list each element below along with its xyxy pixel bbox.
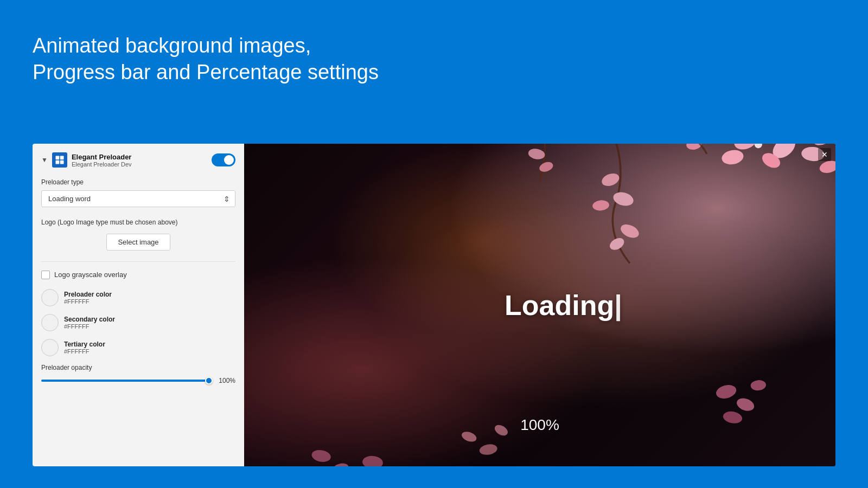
preloader-type-wrapper: Loading word Logo image Spinner ⇕ bbox=[41, 190, 235, 207]
opacity-value: 100% bbox=[219, 377, 235, 384]
plugin-title: Elegant Preloader bbox=[72, 153, 132, 161]
secondary-color-row: Secondary color #FFFFFF bbox=[41, 314, 235, 331]
opacity-slider[interactable] bbox=[41, 380, 212, 382]
tertiary-color-swatch[interactable] bbox=[41, 339, 59, 356]
tertiary-color-info: Tertiary color #FFFFFF bbox=[64, 341, 105, 355]
secondary-color-value: #FFFFFF bbox=[64, 323, 115, 330]
header-section: Animated background images, Progress bar… bbox=[33, 33, 379, 86]
select-image-button[interactable]: Select image bbox=[106, 234, 170, 251]
tertiary-color-value: #FFFFFF bbox=[64, 348, 105, 355]
preloader-color-name: Preloader color bbox=[64, 291, 112, 298]
preloader-type-select[interactable]: Loading word Logo image Spinner bbox=[41, 190, 235, 207]
svg-rect-3 bbox=[60, 160, 64, 164]
cursor-icon: | bbox=[614, 290, 622, 321]
preloader-color-info: Preloader color #FFFFFF bbox=[64, 291, 112, 305]
plugin-subtitle: Elegant Preloader Dev bbox=[72, 161, 132, 168]
opacity-section: Preloader opacity 100% bbox=[41, 364, 235, 384]
logo-grayscale-label: Logo grayscale overlay bbox=[54, 271, 127, 279]
loading-word: Loading bbox=[505, 290, 614, 321]
header-line2: Progress bar and Percentage settings bbox=[33, 61, 379, 84]
svg-rect-2 bbox=[55, 160, 59, 164]
close-button[interactable]: ✕ bbox=[818, 148, 831, 161]
loading-text: Loading| bbox=[505, 289, 622, 322]
preloader-type-label: Preloader type bbox=[41, 178, 235, 186]
logo-grayscale-row: Logo grayscale overlay bbox=[41, 271, 235, 279]
header-line1: Animated background images, bbox=[33, 34, 311, 57]
opacity-slider-thumb[interactable] bbox=[205, 377, 213, 384]
logo-grayscale-checkbox[interactable] bbox=[41, 271, 50, 279]
secondary-color-swatch[interactable] bbox=[41, 314, 59, 331]
plugin-toggle[interactable] bbox=[212, 153, 235, 166]
preloader-color-value: #FFFFFF bbox=[64, 298, 112, 305]
plugin-logo-icon bbox=[55, 155, 65, 165]
svg-rect-0 bbox=[55, 156, 59, 160]
plugin-titles: Elegant Preloader Elegant Preloader Dev bbox=[72, 153, 132, 168]
preview-panel: Loading| 100% ✕ bbox=[244, 144, 835, 466]
preview-image-container: Loading| 100% ✕ bbox=[244, 144, 835, 466]
collapse-arrow-icon[interactable]: ▼ bbox=[41, 156, 48, 164]
plugin-header: ▼ Elegant Preloader Elegant Preloader De… bbox=[41, 152, 235, 168]
preloader-color-swatch[interactable] bbox=[41, 289, 59, 306]
secondary-color-info: Secondary color #FFFFFF bbox=[64, 316, 115, 330]
tertiary-color-name: Tertiary color bbox=[64, 341, 105, 348]
secondary-color-name: Secondary color bbox=[64, 316, 115, 323]
plugin-header-left: ▼ Elegant Preloader Elegant Preloader De… bbox=[41, 152, 132, 168]
plugin-icon bbox=[52, 152, 67, 168]
logo-section: Logo (Logo Image type must be chosen abo… bbox=[41, 218, 235, 251]
tertiary-color-row: Tertiary color #FFFFFF bbox=[41, 339, 235, 356]
opacity-label: Preloader opacity bbox=[41, 364, 235, 371]
preloader-color-row: Preloader color #FFFFFF bbox=[41, 289, 235, 306]
settings-panel: ▼ Elegant Preloader Elegant Preloader De… bbox=[33, 144, 244, 466]
opacity-row: 100% bbox=[41, 377, 235, 384]
main-content: ▼ Elegant Preloader Elegant Preloader De… bbox=[33, 144, 835, 466]
close-icon: ✕ bbox=[821, 150, 828, 159]
percentage-text: 100% bbox=[520, 416, 559, 434]
logo-label: Logo (Logo Image type must be chosen abo… bbox=[41, 218, 235, 227]
svg-rect-1 bbox=[60, 156, 64, 160]
divider-1 bbox=[41, 261, 235, 262]
